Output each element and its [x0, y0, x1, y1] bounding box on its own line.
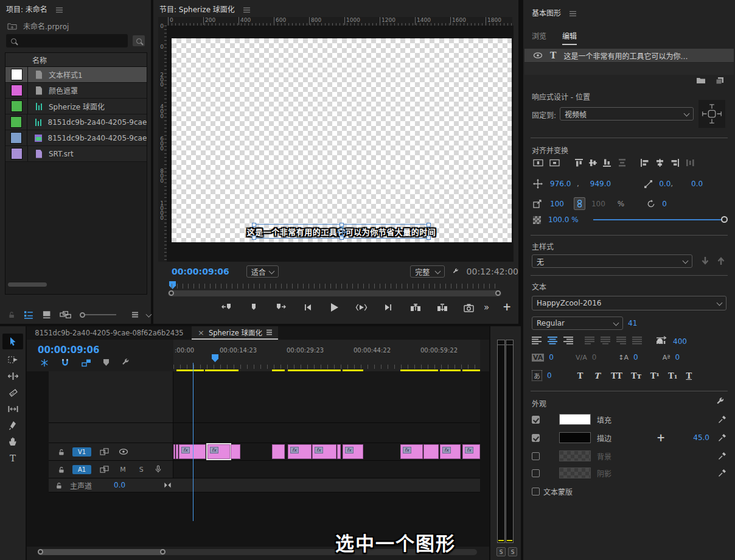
label-color-swatch[interactable] [5, 146, 28, 161]
lock-icon[interactable] [7, 310, 15, 319]
selection-tool[interactable] [2, 334, 23, 349]
timeline-tab-active[interactable]: Spherize 球面化 [192, 326, 278, 340]
project-row[interactable]: 8151dc9b-2a40-4205-9cae- [5, 130, 147, 146]
opacity-slider[interactable] [593, 219, 726, 220]
project-row[interactable]: 颜色遮罩 [5, 83, 147, 99]
timeline-clip[interactable] [272, 444, 285, 459]
icon-view-icon[interactable] [42, 310, 51, 319]
timeline-clip[interactable] [231, 444, 240, 459]
search-bin-button[interactable] [133, 35, 145, 46]
program-canvas[interactable]: 这是一个非常有用的工具它可以为你节省大量的时间 [167, 26, 514, 262]
panel-menu-icon[interactable] [266, 332, 272, 333]
responsive-pin-widget[interactable] [698, 100, 725, 128]
label-color-swatch[interactable] [5, 99, 28, 114]
track-a1-target[interactable]: A1 [72, 465, 91, 474]
button-editor-add[interactable] [503, 301, 511, 313]
slip-tool[interactable] [2, 401, 23, 417]
tab-edit[interactable]: 编辑 [562, 30, 577, 45]
master-style-select[interactable]: 无 [532, 254, 692, 268]
scale-value[interactable]: 100 [550, 200, 564, 208]
italic-button[interactable]: T [594, 371, 600, 380]
sync-lock-icon[interactable] [100, 466, 109, 473]
timeline-clip[interactable]: fx [343, 444, 363, 459]
keyframe-nav-icon[interactable] [163, 481, 172, 489]
appearance-wrench-icon[interactable] [716, 397, 725, 407]
timeline-playhead-line[interactable] [193, 363, 193, 521]
distribute-vertical-icon[interactable] [618, 158, 627, 169]
label-color-swatch[interactable] [5, 83, 28, 98]
track-select-tool[interactable] [2, 352, 23, 368]
shadow-color-swatch[interactable] [559, 467, 591, 478]
anchor-y-value[interactable]: 0.0 [691, 180, 703, 188]
rotation-value[interactable]: 0 [662, 200, 667, 208]
timeline-clip[interactable]: fx [462, 444, 480, 459]
track-v2-row[interactable] [49, 423, 480, 443]
kerning-value[interactable]: 0 [592, 353, 597, 362]
timeline-clip[interactable] [173, 444, 175, 459]
ripple-edit-tool[interactable] [2, 368, 23, 384]
panel-menu-icon[interactable] [243, 10, 250, 11]
tab-browse[interactable]: 浏览 [532, 30, 546, 45]
timeline-clip[interactable] [423, 444, 439, 459]
align-left-icon[interactable] [640, 158, 649, 169]
superscript-button[interactable]: T¹ [650, 371, 660, 380]
justify-last-right-icon[interactable] [616, 336, 627, 346]
panel-menu-icon[interactable] [56, 10, 63, 11]
timeline-clip[interactable] [337, 444, 341, 459]
shadow-eyedropper-icon[interactable] [718, 469, 726, 477]
lock-icon[interactable] [57, 466, 65, 474]
font-family-select[interactable]: HappyZcool-2016 [532, 296, 726, 310]
timeline-clip[interactable]: fx [288, 444, 312, 459]
leading-value[interactable]: 0 [633, 353, 638, 362]
background-eyedropper-icon[interactable] [718, 452, 726, 460]
background-color-swatch[interactable] [559, 450, 591, 461]
label-color-swatch[interactable] [5, 114, 27, 130]
align-bottom-icon[interactable] [602, 158, 611, 169]
font-style-select[interactable]: Regular [532, 317, 623, 330]
timeline-hscroll-thumb[interactable] [38, 549, 165, 555]
fill-color-swatch[interactable] [559, 414, 591, 425]
voiceover-mic-icon[interactable] [155, 465, 162, 474]
timeline-clip[interactable]: fx [312, 444, 336, 459]
stroke-width-value[interactable]: 45.0 [693, 433, 709, 442]
solo-button[interactable]: S [139, 466, 144, 474]
timeline-clip[interactable]: fx [440, 444, 461, 459]
a1-clip-lane[interactable] [173, 461, 480, 478]
stroke-color-swatch[interactable] [559, 432, 591, 443]
razor-tool[interactable] [2, 385, 23, 401]
text-align-right-icon[interactable] [563, 336, 574, 346]
eg-layer-row[interactable]: T 这是一个非常有用的工具它可以为你… [524, 49, 734, 62]
nest-toggle-icon[interactable] [40, 359, 49, 367]
pen-tool[interactable] [2, 418, 23, 433]
track-output-eye-icon[interactable] [119, 449, 128, 455]
list-view-icon[interactable] [24, 310, 33, 319]
distribute-horizontal-icon[interactable] [686, 158, 695, 169]
solo-right-button[interactable]: S [508, 547, 517, 556]
fill-checkbox[interactable] [532, 416, 540, 424]
timeline-clip[interactable]: fx [400, 444, 423, 459]
project-row[interactable]: 8151dc9b-2a40-4205-9cae- [5, 114, 147, 130]
all-caps-button[interactable]: TT [611, 371, 622, 380]
anchor-point-icon[interactable] [338, 228, 346, 236]
selected-text-object[interactable]: 这是一个非常有用的工具它可以为你节省大量的时间 [253, 224, 430, 239]
eye-icon[interactable] [533, 52, 543, 58]
text-align-left-icon[interactable] [532, 336, 542, 346]
add-marker-button[interactable] [247, 302, 260, 313]
master-volume-value[interactable]: 0.0 [114, 481, 125, 489]
baseline-shift-value[interactable]: 0 [675, 353, 680, 362]
go-to-out-button[interactable] [381, 302, 395, 313]
zoom-slider[interactable] [80, 312, 116, 318]
shadow-checkbox[interactable] [532, 469, 540, 477]
align-vertical-center-icon[interactable] [588, 158, 597, 169]
stroke-eyedropper-icon[interactable] [718, 433, 726, 442]
timeline-tab-inactive[interactable]: 8151dc9b-2a40-4205-9cae-08f62a6b2435 [27, 326, 192, 340]
export-frame-button[interactable] [462, 302, 476, 313]
bold-button[interactable]: T [577, 371, 583, 380]
pin-to-select[interactable]: 视频帧 [560, 107, 694, 121]
position-y-value[interactable]: 949.0 [590, 180, 611, 188]
justify-last-center-icon[interactable] [601, 336, 611, 346]
position-x-value[interactable]: 976.0 [550, 180, 577, 188]
playback-quality-select[interactable]: 完整 [410, 265, 444, 278]
project-file-row[interactable]: 未命名.prproj [7, 21, 69, 31]
close-tab-icon[interactable] [198, 328, 204, 337]
